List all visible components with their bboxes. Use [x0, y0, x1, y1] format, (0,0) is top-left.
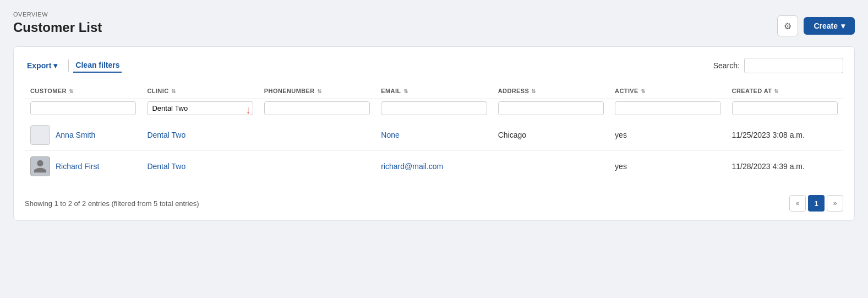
export-label: Export	[27, 61, 51, 70]
table-footer: Showing 1 to 2 of 2 entries (filtered fr…	[25, 189, 843, 212]
search-input[interactable]	[744, 58, 843, 73]
clinic-link[interactable]: Dental Two	[147, 162, 185, 171]
address-cell	[493, 151, 609, 182]
col-header-phonenumber[interactable]: PHONENUMBER ⇅	[259, 83, 375, 99]
toolbar: Export ▾ Clean filters Search:	[25, 58, 843, 73]
table-row: Anna Smith Dental Two None Chicago yes 1…	[25, 120, 843, 151]
filter-phonenumber-input[interactable]	[264, 101, 370, 115]
sort-icon-address: ⇅	[531, 88, 536, 94]
phonenumber-cell	[259, 151, 375, 182]
sort-icon-customer: ⇅	[69, 88, 73, 94]
main-card: Export ▾ Clean filters Search: CUSTO	[13, 46, 855, 221]
gear-icon: ⚙	[784, 21, 791, 31]
filter-address-input[interactable]	[498, 101, 604, 115]
customer-table: CUSTOMER ⇅ CLINIC ⇅ PHONENUMBER ⇅	[25, 83, 843, 182]
avatar	[30, 156, 50, 176]
col-header-clinic[interactable]: CLINIC ⇅	[141, 83, 258, 99]
customer-name-link[interactable]: Anna Smith	[56, 131, 95, 139]
page-title: Customer List	[13, 20, 102, 35]
avatar	[30, 125, 50, 145]
address-cell: Chicago	[493, 120, 609, 151]
sort-icon-created-at: ⇅	[774, 88, 778, 94]
filter-customer-input[interactable]	[30, 101, 136, 115]
sort-icon-email: ⇅	[403, 88, 408, 94]
clinic-link[interactable]: Dental Two	[147, 131, 185, 139]
search-label: Search:	[713, 61, 740, 70]
filter-clinic-input[interactable]	[147, 101, 253, 115]
pagination-prev[interactable]: «	[789, 195, 806, 212]
col-header-created-at[interactable]: CREATED AT ⇅	[727, 83, 843, 99]
export-chevron-icon: ▾	[53, 61, 57, 70]
sort-icon-active: ⇅	[641, 88, 645, 94]
filter-created-at-input[interactable]	[732, 101, 838, 115]
filter-email-input[interactable]	[381, 101, 487, 115]
create-label: Create	[814, 21, 838, 30]
clean-filters-label: Clean filters	[75, 61, 119, 69]
created-at-cell: 11/28/2023 4:39 a.m.	[727, 151, 843, 182]
col-header-customer[interactable]: CUSTOMER ⇅	[25, 83, 141, 99]
pagination-next[interactable]: »	[827, 195, 843, 212]
showing-text: Showing 1 to 2 of 2 entries (filtered fr…	[25, 199, 199, 208]
col-header-email[interactable]: EMAIL ⇅	[375, 83, 492, 99]
create-button[interactable]: Create ▾	[804, 17, 855, 35]
customer-name-link[interactable]: Richard First	[56, 162, 99, 171]
table-row: Richard First Dental Two richard@mail.co…	[25, 151, 843, 182]
pagination: « 1 »	[789, 195, 843, 212]
col-header-active[interactable]: ACTIVE ⇅	[609, 83, 726, 99]
create-chevron-icon: ▾	[841, 21, 845, 30]
col-header-address[interactable]: ADDRESS ⇅	[493, 83, 609, 99]
toolbar-divider	[68, 59, 69, 72]
clean-filters-button[interactable]: Clean filters	[73, 58, 122, 73]
created-at-cell: 11/25/2023 3:08 a.m.	[727, 120, 843, 151]
active-cell: yes	[609, 120, 726, 151]
breadcrumb: OVERVIEW	[13, 11, 102, 18]
export-button[interactable]: Export ▾	[25, 59, 64, 72]
pagination-page-1[interactable]: 1	[808, 195, 825, 212]
active-cell: yes	[609, 151, 726, 182]
filter-active-input[interactable]	[615, 101, 720, 115]
sort-icon-clinic: ⇅	[171, 88, 176, 94]
sort-icon-phonenumber: ⇅	[317, 88, 321, 94]
email-link[interactable]: None	[381, 131, 399, 139]
email-link[interactable]: richard@mail.com	[381, 162, 443, 171]
settings-button[interactable]: ⚙	[777, 15, 798, 36]
phonenumber-cell	[259, 120, 375, 151]
